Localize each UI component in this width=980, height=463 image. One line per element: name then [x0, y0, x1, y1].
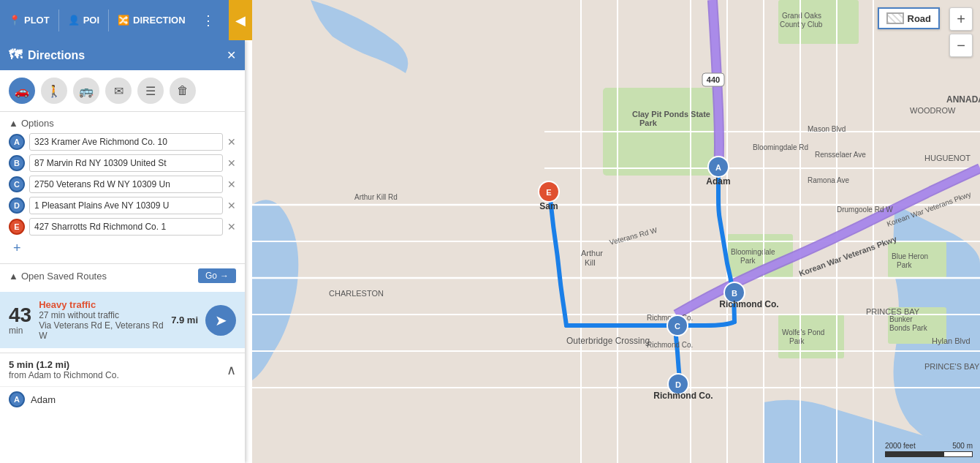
waypoint-close-e[interactable]: ✕ [227, 221, 236, 233]
zoom-in-button[interactable]: + [949, 7, 973, 31]
route-card: 43 min Heavy traffic 27 min without traf… [0, 292, 245, 348]
directions-header: 🗺 Directions ✕ [0, 40, 245, 70]
waypoint-close-d[interactable]: ✕ [227, 200, 236, 211]
svg-text:B: B [732, 289, 737, 298]
transport-walk[interactable]: 🚶 [41, 78, 67, 104]
map-svg: Clay Pit Ponds State Park Bloomingdale P… [252, 0, 980, 463]
options-title: ▲ Options [9, 118, 236, 129]
svg-text:C: C [675, 322, 680, 331]
saved-routes-section: ▲ Open Saved Routes Go → [0, 263, 245, 287]
svg-text:Park: Park [789, 337, 805, 345]
zoom-out-button[interactable]: − [949, 34, 973, 57]
poi-icon: 👤 [68, 15, 80, 26]
transport-bookmark[interactable]: ☰ [137, 78, 164, 104]
direction-button[interactable]: 🔀 DIRECTION [109, 9, 194, 31]
svg-text:E: E [546, 188, 551, 197]
toolbar: 📍 PLOT 👤 POI 🔀 DIRECTION ⋮ ◀ [0, 0, 252, 40]
waypoint-close-a[interactable]: ✕ [227, 136, 236, 148]
segment-from: from Adam to Richmond Co. [9, 370, 119, 380]
map-area[interactable]: Clay Pit Ponds State Park Bloomingdale P… [252, 0, 980, 463]
waypoint-close-b[interactable]: ✕ [227, 157, 236, 169]
svg-text:PRINCE'S BAY: PRINCE'S BAY [924, 362, 980, 371]
navigate-arrow-icon: ➤ [215, 312, 227, 329]
svg-text:Bonds Park: Bonds Park [889, 324, 928, 332]
svg-text:Ramona Ave: Ramona Ave [808, 176, 850, 184]
svg-text:Park: Park [639, 118, 658, 127]
svg-text:Arthur: Arthur [581, 249, 603, 257]
road-type-label: Road [908, 13, 932, 24]
route-distance-block: 7.9 mi [171, 315, 198, 325]
saved-routes-title: ▲ Open Saved Routes [9, 271, 107, 282]
transport-transit[interactable]: 🚌 [73, 78, 99, 104]
go-button[interactable]: Go → [198, 268, 236, 283]
svg-text:Grand Oaks: Grand Oaks [782, 12, 821, 20]
plot-button[interactable]: 📍 PLOT [0, 9, 58, 31]
svg-text:Richmond Co.: Richmond Co. [719, 299, 778, 309]
waypoint-row-c: C ✕ [9, 176, 236, 193]
route-via: Via Veterans Rd E, Veterans Rd W [39, 320, 164, 341]
add-waypoint-icon: + [13, 241, 21, 256]
route-unit: min [9, 325, 31, 336]
route-time: 43 [9, 304, 31, 326]
go-arrow-icon: → [220, 271, 229, 281]
svg-text:WOODROW: WOODROW [910, 106, 956, 115]
waypoint-close-c[interactable]: ✕ [227, 178, 236, 190]
waypoint-row-a: A ✕ [9, 133, 236, 151]
waypoint-row-b: B ✕ [9, 154, 236, 172]
waypoint-input-c[interactable] [29, 176, 223, 193]
transport-car[interactable]: 🚗 [9, 78, 35, 104]
scale-label-meters: 500 m [952, 442, 973, 450]
add-waypoint-button[interactable]: + [9, 239, 26, 257]
transport-trash[interactable]: 🗑 [170, 78, 196, 104]
first-step-label: Adam [31, 394, 56, 405]
plot-label: PLOT [24, 15, 50, 26]
plot-icon: 📍 [9, 15, 20, 26]
svg-text:Country Club: Country Club [780, 20, 823, 29]
segment-expand-button[interactable]: ∧ [227, 362, 236, 378]
directions-nav-icon: 🗺 [9, 48, 22, 63]
directions-title: Directions [28, 49, 85, 62]
svg-text:ANNADALE: ANNADALE [946, 94, 980, 105]
svg-text:CHARLESTON: CHARLESTON [329, 289, 384, 298]
navigate-button[interactable]: ➤ [205, 305, 236, 336]
toolbar-menu-button[interactable]: ⋮ [194, 7, 222, 34]
waypoint-input-a[interactable] [29, 133, 223, 151]
svg-text:Outerbridge Crossing: Outerbridge Crossing [566, 336, 650, 346]
options-caret: ▲ [9, 118, 18, 129]
svg-text:Richmond Co.: Richmond Co. [653, 391, 713, 401]
route-no-traffic: 27 min without traffic [39, 310, 164, 320]
scale-bar: 2000 feet 500 m [885, 442, 973, 457]
poi-button[interactable]: 👤 POI [59, 9, 108, 31]
collapse-icon: ◀ [235, 12, 246, 29]
direction-icon: 🔀 [118, 15, 129, 26]
side-panel: 🗺 Directions ✕ 🚗 🚶 🚌 ✉ ☰ 🗑 ▲ Options A ✕… [0, 40, 245, 463]
waypoint-input-d[interactable] [29, 197, 223, 214]
svg-text:Bloomingdale: Bloomingdale [731, 248, 775, 256]
transport-email[interactable]: ✉ [105, 78, 132, 104]
road-type-button[interactable]: Road [878, 7, 941, 29]
route-traffic: Heavy traffic [39, 299, 164, 310]
waypoint-input-b[interactable] [29, 154, 223, 172]
transport-icons: 🚗 🚶 🚌 ✉ ☰ 🗑 [0, 70, 245, 112]
waypoint-marker-e: E [9, 219, 25, 235]
svg-text:Bunker: Bunker [889, 315, 913, 323]
route-time-block: 43 min [9, 305, 31, 336]
waypoint-row-d: D ✕ [9, 197, 236, 214]
svg-text:Mason Blvd: Mason Blvd [808, 125, 846, 133]
svg-text:HUGUENOT: HUGUENOT [924, 154, 970, 162]
svg-text:Rensselaer Ave: Rensselaer Ave [815, 151, 866, 159]
scale-label-feet: 2000 feet [885, 442, 916, 450]
svg-text:D: D [675, 380, 681, 389]
poi-label: POI [83, 15, 99, 26]
road-type-icon [886, 12, 904, 24]
svg-text:Blue Heron: Blue Heron [892, 252, 928, 260]
waypoint-input-e[interactable] [29, 218, 223, 236]
svg-rect-0 [252, 0, 980, 463]
waypoint-marker-d: D [9, 197, 25, 214]
first-step-row: A Adam [0, 386, 245, 412]
waypoint-marker-c: C [9, 176, 25, 192]
svg-text:Park: Park [740, 257, 756, 265]
toolbar-collapse-button[interactable]: ◀ [229, 0, 252, 40]
directions-close-button[interactable]: ✕ [227, 48, 236, 62]
waypoint-row-e: E ✕ [9, 218, 236, 236]
